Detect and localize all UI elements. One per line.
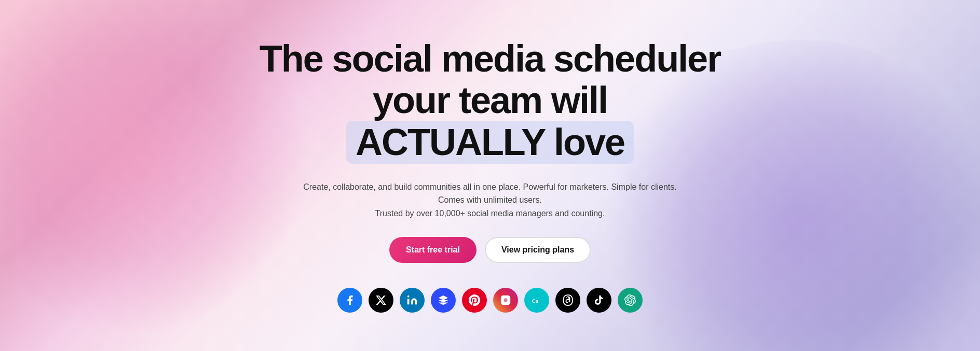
- view-pricing-button[interactable]: View pricing plans: [485, 237, 591, 263]
- headline-line2: your team will: [373, 79, 607, 121]
- headline-line1: The social media scheduler: [260, 38, 720, 79]
- hero-content: The social media scheduler your team wil…: [260, 38, 720, 312]
- x-twitter-icon[interactable]: [369, 288, 393, 313]
- chatgpt-icon[interactable]: [618, 288, 643, 313]
- instagram-icon[interactable]: [493, 288, 518, 313]
- tiktok-icon[interactable]: [587, 288, 611, 313]
- threads-icon[interactable]: [555, 288, 580, 313]
- subtext-line1: Create, collaborate, and build communiti…: [303, 182, 676, 205]
- buffer-icon[interactable]: [431, 288, 456, 313]
- svg-text:Ca: Ca: [532, 298, 538, 303]
- linkedin-icon[interactable]: [400, 288, 425, 313]
- headline-highlight: ACTUALLY love: [346, 121, 634, 164]
- pinterest-icon[interactable]: [462, 288, 487, 313]
- social-icons-row: Ca: [337, 288, 643, 313]
- subtext-line2: Trusted by over 10,000+ social media man…: [375, 209, 605, 218]
- facebook-icon[interactable]: [337, 288, 362, 313]
- start-trial-button[interactable]: Start free trial: [389, 237, 477, 263]
- hero-subtext: Create, collaborate, and build communiti…: [303, 180, 677, 220]
- hero-section: The social media scheduler your team wil…: [0, 0, 980, 351]
- hero-headline: The social media scheduler your team wil…: [260, 38, 720, 164]
- svg-point-0: [407, 296, 410, 298]
- canva-icon[interactable]: Ca: [524, 288, 549, 313]
- cta-buttons: Start free trial View pricing plans: [389, 237, 591, 263]
